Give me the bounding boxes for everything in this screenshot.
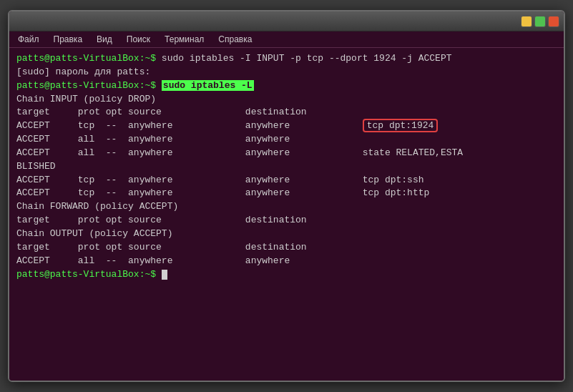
menu-item-терминал[interactable]: Терминал — [162, 34, 207, 45]
terminal-line: Chain INPUT (policy DROP) — [16, 93, 557, 107]
menu-item-файл[interactable]: Файл — [15, 34, 42, 45]
titlebar — [9, 11, 564, 31]
terminal-line: ACCEPT tcp -- anywhere anywhere tcp dpt:… — [16, 119, 557, 133]
terminal-line: patts@patts-VirtualBox:~$ sudo iptables … — [16, 52, 557, 66]
menu-item-справка[interactable]: Справка — [215, 34, 255, 45]
terminal-line: target prot opt source destination — [16, 241, 557, 255]
menubar: ФайлПравкаВидПоискТерминалСправка — [9, 31, 564, 48]
minimize-button[interactable] — [521, 16, 532, 27]
window-controls — [521, 16, 559, 27]
close-button[interactable] — [548, 16, 559, 27]
menu-item-правка[interactable]: Правка — [51, 34, 86, 45]
maximize-button[interactable] — [534, 16, 546, 27]
terminal-line: patts@patts-VirtualBox:~$ sudo iptables … — [16, 79, 557, 93]
cursor — [162, 270, 167, 280]
terminal-line: target prot opt source destination — [16, 106, 557, 119]
prompt: patts@patts-VirtualBox:~$ — [16, 53, 162, 64]
terminal-line: BLISHED — [16, 160, 557, 174]
prompt-final: patts@patts-VirtualBox:~$ — [16, 269, 162, 280]
terminal-line: ACCEPT tcp -- anywhere anywhere tcp dpt:… — [16, 187, 557, 200]
terminal-line: ACCEPT all -- anywhere anywhere — [16, 133, 557, 147]
terminal-window: ФайлПравкаВидПоискТерминалСправка patts@… — [8, 10, 565, 382]
terminal-line: [sudo] пароль для patts: — [16, 66, 557, 79]
terminal-line: target prot opt source destination — [16, 214, 557, 227]
terminal-line: ACCEPT all -- anywhere anywhere — [16, 255, 557, 268]
highlighted-command: sudo iptables -L — [162, 80, 254, 91]
terminal-line: Chain FORWARD (policy ACCEPT) — [16, 200, 557, 214]
terminal-content[interactable]: patts@patts-VirtualBox:~$ sudo iptables … — [9, 48, 564, 381]
menu-item-вид[interactable]: Вид — [94, 34, 115, 45]
terminal-line: ACCEPT all -- anywhere anywhere state RE… — [16, 147, 557, 160]
prompt: patts@patts-VirtualBox:~$ — [16, 80, 162, 91]
terminal-line: Chain OUTPUT (policy ACCEPT) — [16, 227, 557, 241]
menu-item-поиск[interactable]: Поиск — [124, 34, 153, 45]
terminal-line: patts@patts-VirtualBox:~$ — [16, 268, 557, 282]
highlighted-rule: tcp dpt:1924 — [363, 119, 439, 132]
terminal-line: ACCEPT tcp -- anywhere anywhere tcp dpt:… — [16, 174, 557, 187]
command: sudo iptables -I INPUT -p tcp --dport 19… — [162, 53, 452, 64]
